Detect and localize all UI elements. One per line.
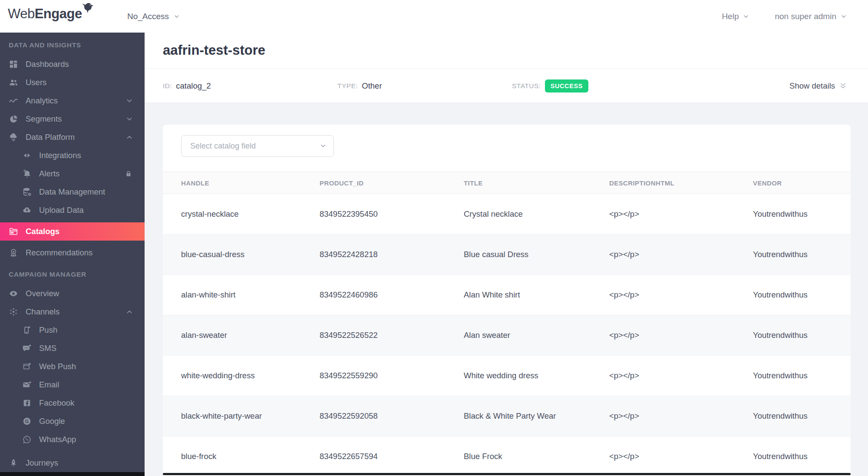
column-header-product-id: PRODUCT_ID bbox=[301, 179, 446, 187]
sidebar-item-label: Facebook bbox=[39, 398, 74, 408]
select-wrap: Select catalog field bbox=[163, 125, 851, 157]
topbar-right: Help non super admin bbox=[722, 0, 847, 33]
sidebar-item-analytics[interactable]: Analytics bbox=[0, 92, 145, 110]
sidebar-item-catalogs[interactable]: Catalogs bbox=[0, 222, 145, 241]
webengage-logo[interactable]: WebEngage bbox=[8, 6, 98, 22]
sidebar-item-label: Recommendations bbox=[26, 248, 92, 258]
catalog-status-group: STATUS: SUCCESS bbox=[512, 69, 588, 103]
sidebar-item-sms[interactable]: SMS bbox=[0, 339, 145, 357]
help-label: Help bbox=[722, 12, 739, 21]
sidebar-item-label: Channels bbox=[26, 307, 59, 317]
data-platform-cloud-icon bbox=[9, 132, 18, 142]
sidebar-item-web-push[interactable]: Web Push bbox=[0, 357, 145, 376]
catalog-field-select[interactable]: Select catalog field bbox=[181, 135, 334, 157]
cell-handle: alan-white-shirt bbox=[163, 290, 301, 300]
cell-handle: white-wedding-dress bbox=[163, 371, 301, 380]
sidebar-item-overview[interactable]: Overview bbox=[0, 284, 145, 303]
cell-product-id: 8349522395450 bbox=[301, 209, 446, 219]
user-menu-label: non super admin bbox=[775, 12, 836, 21]
logo-text-engage: Engage bbox=[35, 6, 82, 22]
sidebar-item-label: Analytics bbox=[26, 96, 58, 106]
table-row: alan-sweater 8349522526522 Alan sweater … bbox=[163, 315, 851, 356]
sidebar-item-label: Upload Data bbox=[39, 205, 84, 215]
column-header-handle: HANDLE bbox=[163, 179, 301, 187]
chevron-down-icon bbox=[840, 13, 847, 20]
catalog-info-bar: ID: catalog_2 TYPE: Other STATUS: SUCCES… bbox=[145, 69, 868, 103]
cell-vendor: Youtrendwithus bbox=[735, 331, 851, 340]
sidebar-item-integrations[interactable]: Integrations bbox=[0, 146, 145, 165]
sidebar-item-google[interactable]: G Google bbox=[0, 412, 145, 430]
svg-text:G: G bbox=[25, 419, 29, 424]
sidebar-item-upload-data[interactable]: Upload Data bbox=[0, 201, 145, 219]
show-details-button[interactable]: Show details bbox=[789, 69, 847, 103]
column-header-vendor: VENDOR bbox=[735, 179, 851, 187]
sidebar-item-label: Integrations bbox=[39, 151, 81, 160]
cell-vendor: Youtrendwithus bbox=[735, 290, 851, 300]
table-row: crystal-necklace 8349522395450 Crystal n… bbox=[163, 194, 851, 235]
upload-cloud-icon bbox=[22, 205, 32, 215]
cell-handle: black-white-party-wear bbox=[163, 411, 301, 421]
project-selector-label: No_Access bbox=[127, 12, 169, 21]
column-header-title: TITLE bbox=[446, 179, 591, 187]
cell-handle: crystal-necklace bbox=[163, 209, 301, 219]
push-phone-icon bbox=[22, 325, 32, 335]
sidebar-item-label: Google bbox=[39, 416, 65, 426]
recommendations-medal-icon bbox=[9, 248, 18, 258]
database-gear-icon bbox=[22, 187, 32, 197]
sidebar-item-channels[interactable]: Channels bbox=[0, 303, 145, 321]
users-icon bbox=[9, 78, 18, 87]
sidebar-item-whatsapp[interactable]: WhatsApp bbox=[0, 430, 145, 449]
sidebar-item-label: Segments bbox=[26, 114, 62, 124]
cell-vendor: Youtrendwithus bbox=[735, 411, 851, 421]
table-row: blue-casual-dress 8349522428218 Blue cas… bbox=[163, 235, 851, 275]
lock-icon bbox=[125, 170, 132, 178]
dashboard-grid-icon bbox=[9, 60, 18, 69]
sidebar-section-campaign-manager: CAMPAIGN MANAGER bbox=[0, 262, 145, 284]
cell-descriptionhtml: <p></p> bbox=[591, 209, 735, 219]
sidebar-item-label: Push bbox=[39, 325, 57, 335]
sidebar-item-recommendations[interactable]: Recommendations bbox=[0, 244, 145, 262]
sidebar: DATA AND INSIGHTS Dashboards Users Analy… bbox=[0, 33, 145, 476]
chevron-down-icon bbox=[743, 13, 749, 20]
sidebar-item-email[interactable]: Email bbox=[0, 376, 145, 394]
horizontal-scrollbar[interactable] bbox=[163, 473, 851, 475]
cell-descriptionhtml: <p></p> bbox=[591, 371, 735, 380]
sidebar-item-label: Data Platform bbox=[26, 132, 75, 142]
sidebar-item-facebook[interactable]: Facebook bbox=[0, 394, 145, 412]
sidebar-item-label: SMS bbox=[39, 344, 56, 353]
sidebar-bottom-bar bbox=[0, 472, 145, 476]
overview-eye-icon bbox=[9, 289, 18, 298]
project-selector[interactable]: No_Access bbox=[127, 0, 180, 33]
sidebar-item-push[interactable]: Push bbox=[0, 321, 145, 339]
email-envelope-icon bbox=[22, 380, 32, 390]
webengage-bird-icon bbox=[79, 2, 94, 16]
cell-product-id: 8349522592058 bbox=[301, 411, 446, 421]
cell-product-id: 8349522657594 bbox=[301, 452, 446, 461]
facebook-icon bbox=[22, 398, 32, 408]
whatsapp-icon bbox=[22, 435, 32, 444]
sidebar-item-data-platform[interactable]: Data Platform bbox=[0, 128, 145, 146]
table-row: white-wedding-dress 8349522559290 White … bbox=[163, 356, 851, 396]
sidebar-item-segments[interactable]: Segments bbox=[0, 110, 145, 128]
sidebar-item-label: Catalogs bbox=[26, 227, 59, 236]
chevron-up-icon bbox=[125, 308, 133, 316]
user-menu[interactable]: non super admin bbox=[775, 12, 847, 21]
sidebar-item-label: Web Push bbox=[39, 362, 76, 371]
sidebar-item-dashboards[interactable]: Dashboards bbox=[0, 55, 145, 73]
sidebar-item-label: Alerts bbox=[39, 169, 59, 178]
sms-chat-icon bbox=[22, 344, 32, 353]
sidebar-section-data-and-insights: DATA AND INSIGHTS bbox=[0, 39, 145, 55]
sidebar-item-label: Overview bbox=[26, 289, 59, 298]
catalog-id-group: ID: catalog_2 bbox=[163, 69, 211, 103]
cell-descriptionhtml: <p></p> bbox=[591, 452, 735, 461]
show-details-label: Show details bbox=[789, 81, 835, 91]
sidebar-item-users[interactable]: Users bbox=[0, 73, 145, 92]
sidebar-item-data-management[interactable]: Data Management bbox=[0, 183, 145, 201]
status-badge: SUCCESS bbox=[545, 79, 588, 93]
help-menu[interactable]: Help bbox=[722, 12, 749, 21]
sidebar-item-alerts[interactable]: Alerts bbox=[0, 165, 145, 183]
catalog-type-label: TYPE: bbox=[337, 82, 358, 90]
web-push-window-icon bbox=[22, 362, 32, 371]
sidebar-item-journeys[interactable]: Journeys bbox=[0, 454, 145, 472]
chevron-down-icon bbox=[320, 142, 327, 149]
